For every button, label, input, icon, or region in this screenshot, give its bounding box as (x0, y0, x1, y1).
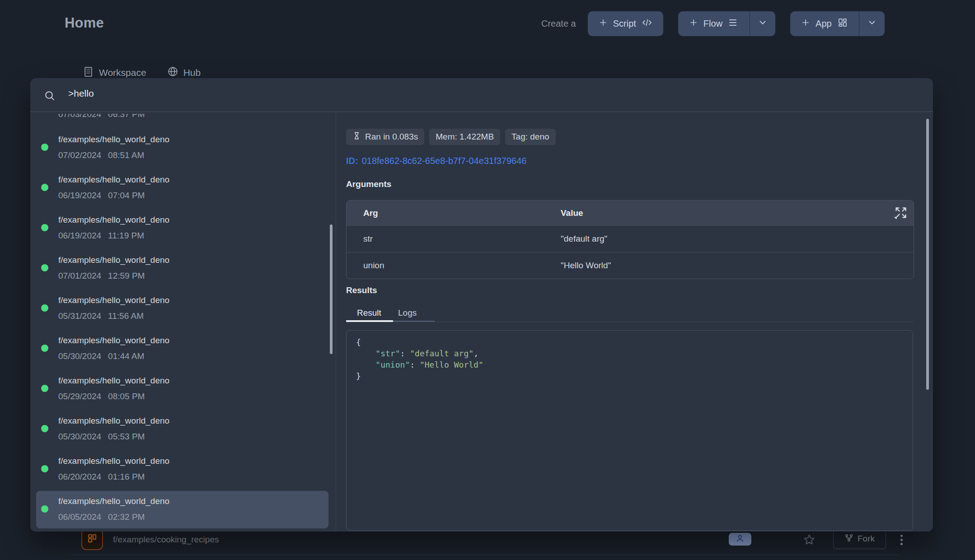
tab-workspace[interactable]: Workspace (83, 66, 146, 79)
run-id-value: 018fe862-8c62-65e8-b7f7-04e31f379646 (362, 156, 527, 166)
list-item[interactable]: f/examples/hello_world_deno 06/05/202402… (36, 485, 328, 526)
tab-workspace-label: Workspace (99, 67, 146, 78)
more-menu-icon[interactable] (896, 534, 907, 546)
dashboard-icon (87, 533, 98, 546)
success-status-dot (41, 345, 48, 352)
chevron-down-icon (867, 18, 877, 30)
list-scrollbar-thumb[interactable] (330, 224, 333, 354)
list-item-timestamp: 06/20/202401:16 PM (58, 471, 169, 482)
nav-tabs: Workspace Hub (83, 66, 201, 79)
success-status-dot (41, 505, 48, 513)
success-status-dot (41, 304, 48, 312)
result-json: { "str": "default arg", "union": "Hello … (346, 330, 913, 531)
results-heading: Results (346, 285, 377, 295)
run-list: 07/03/202406:37 PM f/examples/hello_worl… (30, 112, 336, 532)
tag-badge: Tag: deno (505, 129, 555, 145)
success-status-dot (41, 184, 48, 191)
create-script-group: Script (588, 11, 663, 36)
command-palette-modal: >hello 07/03/202406:37 PM f/examples/hel… (30, 78, 933, 532)
layout-grid-icon (837, 17, 848, 30)
column-header-value: Value (561, 208, 914, 218)
list-item-path: f/examples/hello_world_deno (58, 173, 169, 186)
memory-badge-label: Mem: 1.422MB (436, 132, 494, 142)
detail-scrollbar-thumb[interactable] (926, 119, 929, 390)
row-divider (71, 555, 899, 555)
list-item-path: f/examples/hello_world_deno (58, 254, 169, 266)
run-badges: Ran in 0.083s Mem: 1.422MB Tag: deno (346, 129, 556, 145)
app-root: Home Workspace Hub Create a (0, 0, 975, 560)
arguments-table: Arg Value str "default arg" union "Hello… (346, 200, 914, 279)
duration-badge-label: Ran in 0.083s (365, 132, 418, 142)
list-item-timestamp: 05/30/202405:53 PM (58, 431, 169, 442)
list-item[interactable]: f/examples/hello_world_deno 05/30/202401… (36, 325, 328, 365)
globe-icon (167, 66, 178, 79)
list-item[interactable]: f/examples/hello_world_deno 06/20/202401… (36, 445, 328, 485)
building-icon (83, 66, 94, 79)
list-item-timestamp: 05/30/202401:44 AM (58, 351, 169, 362)
code-icon (642, 17, 652, 30)
list-item-timestamp: 06/19/202407:04 PM (58, 190, 169, 201)
list-item[interactable]: f/examples/hello_world_deno 05/31/202411… (36, 285, 328, 325)
list-item-path: f/examples/hello_world_deno (58, 374, 169, 387)
list-item[interactable]: f/examples/hello_world_deno 06/19/202407… (36, 164, 328, 204)
create-flow-group: Flow (678, 11, 775, 36)
list-item-timestamp: 06/19/202411:19 PM (58, 230, 169, 241)
app-item-path[interactable]: f/examples/cooking_recipes (113, 535, 219, 545)
success-status-dot (41, 224, 48, 231)
success-status-dot (41, 144, 48, 151)
tag-badge-label: Tag: deno (511, 132, 549, 142)
create-flow-label: Flow (703, 19, 722, 29)
list-item-clipped[interactable]: 07/03/202406:37 PM (58, 114, 145, 120)
list-item[interactable]: f/examples/hello_world_deno 06/19/202411… (36, 204, 328, 244)
list-item-timestamp: 06/05/202402:32 PM (58, 512, 169, 523)
favorite-star-icon[interactable] (803, 533, 816, 546)
success-status-dot (41, 425, 48, 432)
search-bar[interactable]: >hello (30, 78, 933, 112)
list-item-path: f/examples/hello_world_deno (58, 455, 169, 467)
list-item[interactable]: f/examples/hello_world_deno 05/30/202405… (36, 405, 328, 445)
run-detail-panel: Ran in 0.083s Mem: 1.422MB Tag: deno ID:… (346, 112, 914, 532)
create-script-button[interactable]: Script (588, 11, 663, 36)
panel-divider (336, 112, 336, 532)
tab-logs-underline (393, 321, 435, 322)
tab-hub[interactable]: Hub (167, 66, 201, 79)
create-app-button[interactable]: App (790, 11, 859, 36)
hourglass-icon (352, 131, 361, 142)
plus-icon (599, 18, 608, 29)
search-input[interactable]: >hello (68, 88, 94, 99)
cell-value: "Hello World" (561, 261, 914, 271)
flow-lines-icon (728, 17, 739, 30)
list-item[interactable]: f/examples/hello_world_deno 07/02/202408… (36, 124, 328, 164)
expand-icon[interactable] (895, 206, 907, 219)
create-a-label: Create a (541, 19, 576, 29)
cell-arg: str (347, 234, 561, 244)
create-toolbar: Create a Script Flow (541, 11, 885, 36)
table-row[interactable]: union "Hello World" (347, 252, 914, 279)
chevron-down-icon (758, 18, 768, 30)
plus-icon (689, 18, 698, 29)
success-status-dot (41, 264, 48, 271)
list-item-timestamp: 07/02/202408:51 AM (58, 150, 169, 161)
list-item-path: f/examples/hello_world_deno (58, 294, 169, 306)
column-header-arg: Arg (347, 208, 561, 218)
tab-hub-label: Hub (183, 67, 201, 78)
list-item-path: f/examples/hello_world_deno (58, 133, 169, 145)
table-row[interactable]: str "default arg" (347, 225, 914, 252)
list-item[interactable]: f/examples/hello_world_deno 07/01/202412… (36, 244, 328, 285)
tab-result[interactable]: Result (357, 308, 381, 318)
tab-result-underline (346, 320, 393, 322)
list-item-path: f/examples/hello_world_deno (58, 495, 169, 507)
person-icon (736, 534, 745, 545)
cell-value: "default arg" (561, 234, 914, 244)
create-flow-button[interactable]: Flow (678, 11, 750, 36)
create-app-group: App (790, 11, 885, 36)
shared-users-badge[interactable] (729, 533, 751, 546)
list-item-timestamp: 05/31/202411:56 AM (58, 311, 169, 322)
list-item[interactable]: f/examples/hello_world_deno 05/29/202408… (36, 365, 328, 405)
tab-logs[interactable]: Logs (398, 308, 417, 318)
list-item-timestamp: 05/29/202408:05 PM (58, 391, 169, 402)
run-id-link[interactable]: ID:018fe862-8c62-65e8-b7f7-04e31f379646 (346, 156, 526, 166)
create-flow-dropdown-button[interactable] (750, 11, 775, 36)
create-app-dropdown-button[interactable] (859, 11, 885, 36)
list-item-path: f/examples/hello_world_deno (58, 214, 169, 226)
